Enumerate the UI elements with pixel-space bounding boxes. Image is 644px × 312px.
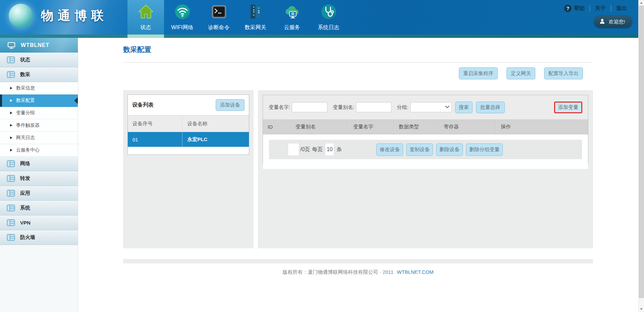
device-list-panel: 设备列表 添加设备 设备序号设备名称 01永宏PLC bbox=[123, 90, 254, 248]
var-name-label: 变量名字: bbox=[269, 104, 290, 111]
question-icon: ? bbox=[564, 5, 574, 12]
nav-tab-wifi-network[interactable]: WIFI网络 bbox=[164, 0, 201, 38]
device-list-card: 设备列表 添加设备 设备序号设备名称 01永宏PLC bbox=[127, 95, 249, 155]
sidebar-item-cloud-service-center[interactable]: 云服务中心 bbox=[0, 144, 78, 157]
sidebar-item-daq-info[interactable]: 数采信息 bbox=[0, 82, 78, 95]
sidebar-item-label: 系统 bbox=[20, 205, 30, 211]
config-import-export-button[interactable]: 配置导入导出 bbox=[544, 67, 583, 79]
device-id-cell: 01 bbox=[128, 137, 182, 142]
device-name-cell: 永宏PLC bbox=[182, 132, 249, 147]
sidebar: WTBLNET 状态数采数采信息数采配置变量分组事件触发器网关日志云服务中心网络… bbox=[0, 38, 78, 312]
header-link-help[interactable]: ?帮助 bbox=[559, 5, 590, 12]
sidebar-item-label: 网络 bbox=[20, 161, 30, 167]
home-icon bbox=[137, 3, 155, 20]
sidebar-menu: 状态数采数采信息数采配置变量分组事件触发器网关日志云服务中心网络转发应用系统VP… bbox=[0, 53, 78, 245]
triangle-right-icon bbox=[10, 136, 12, 139]
sidebar-item-label: 数采配置 bbox=[16, 98, 35, 104]
add-device-button[interactable]: 添加设备 bbox=[216, 99, 245, 111]
device-action-buttons: 修改设备复制设备删除设备删除分组变量 bbox=[376, 143, 503, 156]
footer-divider bbox=[123, 259, 593, 263]
device-table-header: 设备序号设备名称 bbox=[128, 115, 249, 132]
variables-column-header: 变量名字 bbox=[348, 119, 394, 134]
copyright-text: 版权所有：厦门物通博联网络科技有限公司 · 2011 bbox=[283, 269, 394, 275]
nav-tab-cloud-service[interactable]: 云服务 bbox=[274, 0, 310, 38]
device-row[interactable]: 01永宏PLC bbox=[128, 132, 249, 147]
brand-name: 物通博联 bbox=[41, 7, 108, 24]
define-gateway-button[interactable]: 定义网关 bbox=[506, 67, 535, 79]
nav-tab-label: WIFI网络 bbox=[171, 24, 194, 31]
footer-link[interactable]: WTBLNET.COM bbox=[397, 269, 433, 275]
scroll-up-arrow[interactable] bbox=[639, 0, 644, 6]
sidebar-item-status[interactable]: 状态 bbox=[0, 53, 78, 67]
sidebar-item-forwarding[interactable]: 转发 bbox=[0, 171, 78, 186]
group-select-wrap bbox=[410, 102, 452, 112]
vertical-scrollbar[interactable] bbox=[638, 0, 644, 312]
sidebar-item-event-trigger[interactable]: 事件触发器 bbox=[0, 119, 78, 132]
sidebar-item-daq[interactable]: 数采 bbox=[0, 67, 78, 82]
sidebar-item-label: 事件触发器 bbox=[16, 122, 40, 128]
welcome-badge[interactable]: 欢迎您! bbox=[594, 16, 632, 28]
nav-tab-status[interactable]: 状态 bbox=[127, 0, 164, 38]
grid-icon bbox=[7, 56, 15, 63]
device-column-header: 设备名称 bbox=[182, 116, 249, 132]
top-nav: 状态WIFI网络诊断命令数采网关云服务系统日志 bbox=[127, 0, 347, 38]
nav-tab-label: 状态 bbox=[141, 24, 151, 31]
top-header: 物通博联 状态WIFI网络诊断命令数采网关云服务系统日志 ?帮助关于退出 欢迎您… bbox=[0, 0, 644, 38]
per-page-unit: 条 bbox=[336, 146, 342, 153]
per-page-input[interactable] bbox=[325, 143, 334, 156]
brand-logo: 物通博联 bbox=[9, 4, 108, 28]
var-name-input[interactable] bbox=[292, 102, 327, 112]
batch-select-button[interactable]: 批量选择 bbox=[476, 102, 505, 113]
triangle-right-icon bbox=[10, 112, 12, 114]
group-select[interactable] bbox=[410, 102, 452, 112]
nav-tab-label: 数采网关 bbox=[245, 24, 266, 31]
sidebar-item-system[interactable]: 系统 bbox=[0, 201, 78, 215]
sidebar-item-variable-group[interactable]: 变量分组 bbox=[0, 107, 78, 119]
delete-device-button[interactable]: 删除设备 bbox=[436, 143, 463, 156]
sidebar-item-application[interactable]: 应用 bbox=[0, 186, 78, 201]
scrollbar-thumb[interactable] bbox=[639, 6, 644, 298]
variables-column-header: 寄存器 bbox=[439, 119, 496, 134]
device-card-header: 设备列表 添加设备 bbox=[128, 95, 249, 115]
group-label: 分组: bbox=[397, 104, 408, 111]
header-link-about[interactable]: 关于 bbox=[590, 5, 611, 12]
triangle-right-icon bbox=[10, 124, 12, 127]
sidebar-item-label: 数采 bbox=[20, 71, 30, 78]
panel-gap bbox=[254, 90, 258, 248]
sidebar-item-label: VPN bbox=[20, 220, 31, 226]
sidebar-item-label: 数采信息 bbox=[16, 85, 35, 91]
grid-icon bbox=[7, 190, 15, 197]
sidebar-item-firewall[interactable]: 防火墙 bbox=[0, 230, 78, 245]
var-alias-input[interactable] bbox=[356, 102, 391, 112]
sidebar-item-gateway-log[interactable]: 网关日志 bbox=[0, 132, 78, 144]
sidebar-item-label: 转发 bbox=[20, 175, 30, 182]
triangle-right-icon bbox=[10, 87, 12, 89]
sidebar-item-label: 应用 bbox=[20, 190, 30, 196]
nav-tab-diagnostic-command[interactable]: 诊断命令 bbox=[201, 0, 237, 38]
add-variable-button[interactable]: 添加变量 bbox=[554, 102, 582, 113]
scroll-down-arrow[interactable] bbox=[639, 306, 644, 312]
header-link-logout[interactable]: 退出 bbox=[611, 5, 632, 12]
sidebar-item-vpn[interactable]: VPN bbox=[0, 215, 78, 230]
cloud-icon bbox=[283, 3, 301, 20]
sidebar-item-label: 云服务中心 bbox=[16, 147, 40, 153]
copy-device-button[interactable]: 复制设备 bbox=[406, 143, 433, 156]
page-number-input[interactable] bbox=[288, 143, 299, 156]
variables-table-body: /0页 每页 条 修改设备复制设备删除设备删除分组变量 bbox=[263, 140, 588, 169]
search-button[interactable]: 搜索 bbox=[455, 102, 473, 113]
restart-collector-button[interactable]: 重启采集程序 bbox=[459, 67, 498, 79]
nav-tab-label: 云服务 bbox=[284, 24, 300, 31]
sidebar-item-network[interactable]: 网络 bbox=[0, 157, 78, 171]
page-count-text: /0页 bbox=[300, 146, 310, 153]
device-column-header: 设备序号 bbox=[128, 121, 182, 127]
sidebar-item-label: 变量分组 bbox=[16, 110, 35, 116]
sidebar-item-label: 防火墙 bbox=[20, 234, 35, 241]
sidebar-item-label: 网关日志 bbox=[16, 135, 35, 141]
sidebar-item-label: 状态 bbox=[20, 57, 30, 63]
sidebar-item-daq-config[interactable]: 数采配置 bbox=[0, 95, 78, 107]
modify-device-button[interactable]: 修改设备 bbox=[376, 143, 403, 156]
header-links: ?帮助关于退出 bbox=[559, 5, 632, 12]
nav-tab-daq-gateway[interactable]: 数采网关 bbox=[237, 0, 274, 38]
delete-group-variables-button[interactable]: 删除分组变量 bbox=[466, 143, 503, 156]
nav-tab-system-log[interactable]: 系统日志 bbox=[310, 0, 347, 38]
